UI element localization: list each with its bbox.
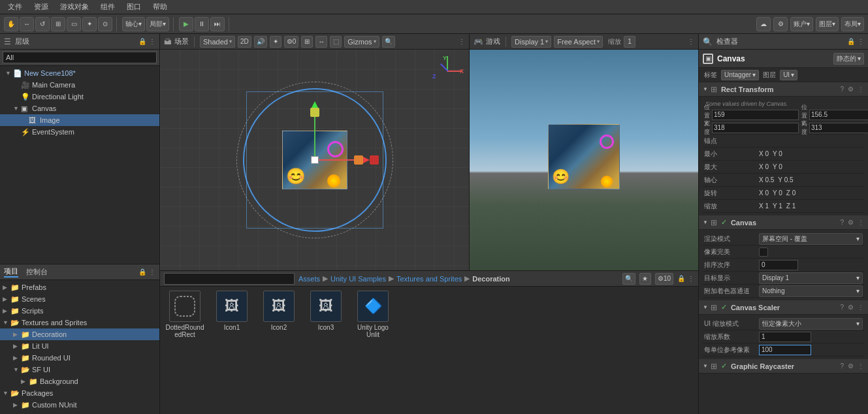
project-lock[interactable]: 🔒 bbox=[138, 268, 146, 276]
proj-decoration[interactable]: ▶ 📁 Decoration bbox=[0, 328, 159, 340]
height-input[interactable] bbox=[809, 123, 868, 133]
canvas-section[interactable]: ▼ ⊞ ✓ Canvas ? ⚙ ⋮ bbox=[699, 215, 868, 230]
audio-btn[interactable]: 🔊 bbox=[254, 36, 267, 48]
asset-icon2[interactable]: 🖼 Icon2 bbox=[259, 291, 298, 410]
asset-lock[interactable]: 🔒 bbox=[677, 275, 685, 282]
hier-item-scene[interactable]: ▼ 📄 New Scene108* bbox=[0, 67, 159, 79]
raycaster-section[interactable]: ▼ ⊞ ✓ Graphic Raycaster ? ⚙ ⋮ bbox=[699, 359, 868, 374]
inspector-more[interactable]: ⋮ bbox=[858, 38, 864, 45]
bread-root[interactable]: Assets bbox=[298, 275, 320, 283]
render-mode-dropdown[interactable]: 屏幕空间 - 覆盖 ▾ bbox=[759, 233, 863, 245]
move-tool[interactable]: ↔ bbox=[20, 17, 34, 31]
gizmo-y-end-square[interactable] bbox=[310, 108, 319, 117]
asset-options-btn[interactable]: ⚙10 bbox=[655, 273, 673, 285]
custom-tool[interactable]: ⊙ bbox=[98, 17, 112, 31]
scaler-settings[interactable]: ⚙ bbox=[848, 304, 854, 311]
game-canvas[interactable] bbox=[470, 50, 698, 270]
gizmo-x-end-square[interactable] bbox=[370, 155, 379, 165]
proj-sfui[interactable]: ▼ 📂 SF UI bbox=[0, 364, 159, 375]
scene-options1[interactable]: ⚙0 bbox=[284, 36, 299, 48]
menu-component[interactable]: 组件 bbox=[95, 1, 120, 13]
game-more[interactable]: ⋮ bbox=[688, 38, 694, 45]
shading-dropdown[interactable]: Shaded ▾ bbox=[200, 36, 235, 48]
menu-assets[interactable]: 资源 bbox=[29, 1, 54, 13]
hier-item-camera[interactable]: 🎥 Main Camera bbox=[0, 79, 159, 91]
asset-search-btn[interactable]: 🔍 bbox=[622, 273, 635, 285]
tab-console[interactable]: 控制台 bbox=[26, 267, 48, 277]
proj-litui[interactable]: ▶ 📁 Lit UI bbox=[0, 340, 159, 352]
scene-options3[interactable]: ↔ bbox=[315, 36, 327, 48]
width-input[interactable] bbox=[712, 123, 799, 133]
asset-more[interactable]: ⋮ bbox=[688, 275, 694, 282]
play-button[interactable]: ▶ bbox=[179, 17, 193, 31]
asset-search-input[interactable] bbox=[164, 273, 295, 285]
proj-customnunit[interactable]: ▶ 📁 Custom NUnit bbox=[0, 399, 159, 411]
asset-icon1[interactable]: 🖼 Icon1 bbox=[212, 291, 251, 410]
hand-tool[interactable]: ✋ bbox=[4, 17, 18, 31]
hier-item-eventsystem[interactable]: ⚡ EventSystem bbox=[0, 126, 159, 138]
inspector-lock[interactable]: 🔒 bbox=[847, 38, 855, 45]
hier-item-light[interactable]: 💡 Directional Light bbox=[0, 91, 159, 103]
pivot-btn[interactable]: 轴心 ▾ bbox=[122, 17, 145, 31]
menu-gameobject[interactable]: 游戏对象 bbox=[55, 1, 94, 13]
asset-dottedroundedrect[interactable]: DottedRoundedRect bbox=[165, 291, 204, 410]
proj-packages[interactable]: ▼ 📂 Packages bbox=[0, 387, 159, 399]
scaler-help[interactable]: ? bbox=[840, 304, 844, 311]
scaler-more[interactable]: ⋮ bbox=[858, 304, 864, 311]
bread-path1[interactable]: Unity UI Samples bbox=[330, 275, 386, 283]
effects-btn[interactable]: ✦ bbox=[270, 36, 281, 48]
hierarchy-more[interactable]: ⋮ bbox=[149, 38, 155, 45]
raycaster-more[interactable]: ⋮ bbox=[858, 362, 864, 370]
gizmos-dropdown[interactable]: Gizmos ▾ bbox=[344, 36, 379, 48]
hier-item-image[interactable]: 🖼 Image bbox=[0, 114, 159, 126]
scene-more[interactable]: ⋮ bbox=[458, 38, 465, 45]
tag-dropdown[interactable]: Untagger▾ bbox=[721, 70, 759, 80]
step-button[interactable]: ⏭ bbox=[210, 17, 225, 31]
static-dropdown[interactable]: 静态的 ▾ bbox=[833, 53, 864, 65]
proj-textures[interactable]: ▼ 📂 Textures and Sprites bbox=[0, 317, 159, 328]
add-camera-dropdown[interactable]: Nothing ▾ bbox=[759, 285, 863, 297]
menu-window[interactable]: 图口 bbox=[121, 1, 146, 13]
scene-options4[interactable]: ⬚ bbox=[330, 36, 342, 48]
menu-file[interactable]: 文件 bbox=[3, 1, 27, 13]
asset-star-btn[interactable]: ★ bbox=[639, 273, 651, 285]
pos-y-input[interactable] bbox=[809, 110, 868, 120]
ref-pix-input[interactable] bbox=[759, 345, 811, 355]
zoom-value[interactable]: 1 bbox=[624, 36, 635, 48]
pause-button[interactable]: ⏸ bbox=[195, 17, 209, 31]
display-dropdown[interactable]: Display 1 ▾ bbox=[511, 36, 551, 48]
rt-help[interactable]: ? bbox=[840, 86, 844, 93]
proj-roundedui[interactable]: ▶ 📁 Rounded UI bbox=[0, 352, 159, 364]
asset-icon3[interactable]: 🖼 Icon3 bbox=[306, 291, 346, 410]
layers-btn[interactable]: 图层 ▾ bbox=[816, 17, 839, 31]
scene-canvas[interactable]: Y X Z bbox=[160, 50, 469, 270]
scene-options2[interactable]: ⊞ bbox=[301, 36, 313, 48]
scale-factor-input[interactable] bbox=[759, 332, 811, 342]
canvas-more[interactable]: ⋮ bbox=[858, 219, 864, 226]
asset-unity-logo[interactable]: 🔷 Unity Logo Unlit bbox=[353, 291, 393, 410]
rt-more[interactable]: ⋮ bbox=[858, 86, 864, 93]
canvas-help[interactable]: ? bbox=[840, 219, 844, 226]
local-btn[interactable]: 局部 ▾ bbox=[146, 17, 169, 31]
hierarchy-search-input[interactable] bbox=[3, 52, 157, 63]
rect-tool[interactable]: ▭ bbox=[67, 17, 81, 31]
pos-x-input[interactable] bbox=[712, 110, 799, 120]
aspect-dropdown[interactable]: Free Aspect ▾ bbox=[554, 36, 603, 48]
tab-project[interactable]: 项目 bbox=[4, 266, 18, 278]
layer-dropdown[interactable]: UI▾ bbox=[780, 70, 797, 80]
proj-scenes[interactable]: ▶ 📁 Scenes bbox=[0, 293, 159, 305]
target-display-dropdown[interactable]: Display 1 ▾ bbox=[759, 272, 863, 284]
rotate-tool[interactable]: ↺ bbox=[35, 17, 50, 31]
project-more[interactable]: ⋮ bbox=[149, 268, 155, 276]
transform-tool[interactable]: ✦ bbox=[82, 17, 97, 31]
bread-path2[interactable]: Textures and Sprites bbox=[396, 275, 462, 283]
pixel-perfect-checkbox[interactable] bbox=[759, 247, 768, 257]
scale-tool[interactable]: ⊞ bbox=[51, 17, 65, 31]
hierarchy-lock[interactable]: 🔒 bbox=[138, 38, 146, 45]
raycaster-settings[interactable]: ⚙ bbox=[848, 362, 854, 370]
sort-order-input[interactable] bbox=[759, 260, 798, 270]
canvas-scaler-section[interactable]: ▼ ⊞ ✓ Canvas Scaler ? ⚙ ⋮ bbox=[699, 300, 868, 315]
raycaster-help[interactable]: ? bbox=[840, 362, 844, 370]
hier-item-canvas[interactable]: ▼ ▣ Canvas bbox=[0, 103, 159, 114]
canvas-settings[interactable]: ⚙ bbox=[848, 219, 854, 226]
